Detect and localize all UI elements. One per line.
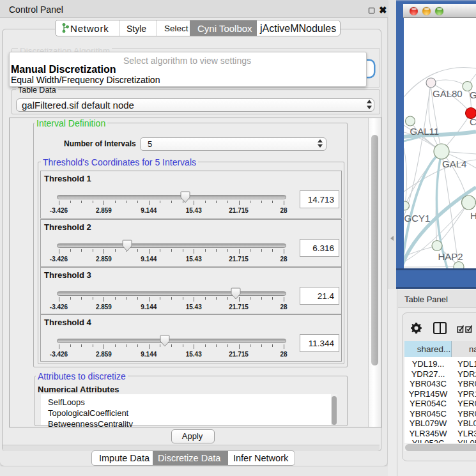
svg-text:GAL3: GAL3 [470,89,476,100]
svg-text:GCY1: GCY1 [404,213,431,224]
svg-text:HIS4: HIS4 [470,210,476,221]
svg-text:GAL11: GAL11 [410,126,440,137]
svg-text:C: C [470,116,476,127]
svg-text:HAP2: HAP2 [438,251,463,262]
svg-text:GAL4: GAL4 [442,158,466,169]
svg-text:GAL80: GAL80 [433,88,463,99]
